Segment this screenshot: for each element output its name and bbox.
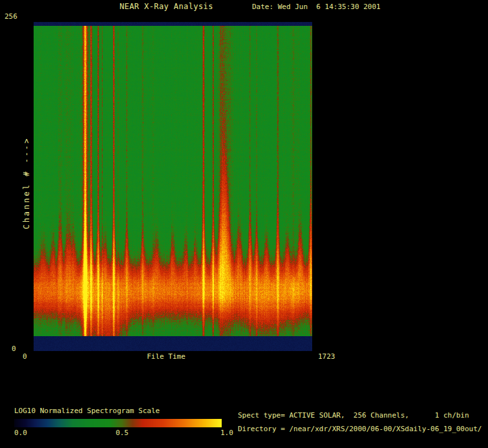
x-axis-min-tick: 0 <box>23 353 27 361</box>
colorbar-title: LOG10 Normalized Spectrogram Scale <box>14 407 160 415</box>
colorbar-tick: 0.0 <box>14 429 27 437</box>
date-label: Date: Wed Jun 6 14:35:30 2001 <box>252 3 381 11</box>
y-axis-min-tick: 0 <box>12 345 16 353</box>
y-axis-title: Channel # ---> <box>23 136 31 229</box>
colorbar-canvas <box>14 419 222 427</box>
x-axis-max-tick: 1723 <box>318 353 335 361</box>
x-axis-title: File Time <box>147 353 186 361</box>
directory-label: Directory = /near/xdr/XRS/2000/06-00/XSd… <box>238 425 482 433</box>
xray-analysis-window: NEAR X-Ray Analysis Date: Wed Jun 6 14:3… <box>0 0 488 448</box>
y-axis-max-tick: 256 <box>5 13 17 21</box>
colorbar-tick: 1.0 <box>220 429 233 437</box>
colorbar-tick: 0.5 <box>116 429 129 437</box>
spectrogram-canvas <box>34 22 312 351</box>
page-title: NEAR X-Ray Analysis <box>120 3 213 11</box>
spect-type-label: Spect type= ACTIVE SOLAR, 256 Channels, … <box>238 412 469 420</box>
